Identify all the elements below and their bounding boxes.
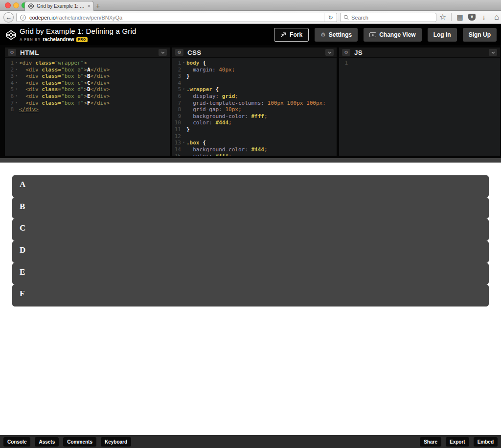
window-close-button[interactable]: [5, 2, 11, 8]
line-number: 13: [172, 140, 181, 146]
code-line[interactable]: 8</div>: [5, 106, 170, 113]
fold-marker-empty: [181, 146, 186, 153]
code-text: <div class="box f">F</div>: [19, 100, 170, 107]
change-view-button[interactable]: Change View: [364, 28, 421, 42]
line-number: 9: [172, 113, 181, 120]
pocket-icon[interactable]: ∨: [468, 14, 476, 21]
code-text: }: [186, 126, 337, 133]
html-collapse-button[interactable]: [159, 49, 167, 56]
toolbar-separator: [451, 13, 452, 21]
download-icon[interactable]: ↓: [479, 13, 488, 21]
browser-navbar: ← i codepen.io/rachelandrew/pen/BNXyQa ↻…: [0, 11, 501, 24]
bookmark-star-icon[interactable]: ☆: [438, 12, 447, 22]
code-line[interactable]: 5▾ <div class="box d">D</div>: [5, 86, 170, 93]
code-line[interactable]: 4: [172, 80, 337, 87]
tab-title: Grid by Example 1: Defining...: [37, 3, 85, 9]
code-text: body {: [186, 60, 337, 67]
embed-button[interactable]: Embed: [474, 437, 498, 447]
code-line[interactable]: 10 color: #444;: [172, 119, 337, 126]
line-number: 10: [172, 119, 181, 126]
line-number: 12: [172, 133, 181, 140]
code-text: background-color: #444;: [186, 146, 337, 153]
browser-tab[interactable]: Grid by Example 1: Defining... ×: [24, 1, 94, 11]
pen-byline: A PEN BY rachelandrew PRO: [20, 37, 137, 42]
preview-box-c: C: [12, 219, 489, 241]
js-collapse-button[interactable]: [489, 49, 497, 56]
console-button[interactable]: Console: [3, 437, 30, 447]
byline-prefix: A PEN BY: [20, 37, 41, 42]
code-line[interactable]: 2 margin: 40px;: [172, 67, 337, 73]
line-number: 2: [5, 67, 14, 73]
code-text: grid-template-columns: 100px 100px 100px…: [186, 100, 337, 107]
back-button[interactable]: ←: [3, 12, 14, 23]
line-number: 5: [172, 86, 181, 93]
code-line[interactable]: 8 grid-gap: 10px;: [172, 106, 337, 113]
fold-marker-icon[interactable]: ▾: [14, 73, 19, 80]
signup-button[interactable]: Sign Up: [463, 28, 497, 42]
login-button[interactable]: Log In: [428, 28, 457, 42]
window-minimize-button[interactable]: [13, 2, 19, 8]
fold-marker-empty: [348, 60, 353, 67]
fold-marker-icon[interactable]: ▾: [181, 140, 186, 146]
reload-icon[interactable]: ↻: [324, 13, 337, 22]
css-collapse-button[interactable]: [325, 49, 334, 56]
code-line[interactable]: 14 background-color: #444;: [172, 146, 337, 153]
fold-marker-icon[interactable]: ▾: [181, 86, 186, 93]
keyboard-button[interactable]: Keyboard: [101, 437, 131, 447]
js-code-editor[interactable]: 1: [339, 58, 500, 67]
code-line[interactable]: 1: [339, 60, 500, 67]
fold-marker-icon[interactable]: ▾: [14, 100, 19, 107]
code-line[interactable]: 6 display: grid;: [172, 93, 337, 100]
new-tab-button[interactable]: +: [96, 2, 100, 10]
author-link[interactable]: rachelandrew: [43, 37, 74, 42]
css-settings-gear-icon[interactable]: ⚙: [175, 49, 183, 56]
js-settings-gear-icon[interactable]: ⚙: [342, 49, 350, 56]
code-line[interactable]: 1▾body {: [172, 60, 337, 67]
tab-close-icon[interactable]: ×: [88, 3, 91, 9]
fold-marker-icon[interactable]: ▾: [181, 60, 186, 67]
comments-button[interactable]: Comments: [63, 437, 96, 447]
url-bar[interactable]: i codepen.io/rachelandrew/pen/BNXyQa ↻: [16, 13, 337, 22]
export-button[interactable]: Export: [446, 437, 469, 447]
html-code-editor[interactable]: 1▾<div class="wrapper">2▾ <div class="bo…: [5, 58, 170, 113]
code-line[interactable]: 11}: [172, 126, 337, 133]
code-line[interactable]: 15 color: #fff;: [172, 153, 337, 156]
fold-marker-icon[interactable]: ▾: [14, 80, 19, 87]
line-number: 8: [172, 106, 181, 113]
code-line[interactable]: 9 background-color: #fff;: [172, 113, 337, 120]
code-text: [353, 60, 500, 67]
fork-icon: [280, 32, 287, 38]
preview-box-b: B: [12, 197, 489, 219]
fold-marker-icon[interactable]: ▾: [14, 86, 19, 93]
line-number: 3: [172, 73, 181, 80]
code-line[interactable]: 12: [172, 133, 337, 140]
html-settings-gear-icon[interactable]: ⚙: [8, 49, 16, 56]
code-line[interactable]: 2▾ <div class="box a">A</div>: [5, 67, 170, 73]
css-code-editor[interactable]: 1▾body {2 margin: 40px;3}45▾.wrapper {6 …: [172, 58, 337, 156]
code-line[interactable]: 7▾ <div class="box f">F</div>: [5, 100, 170, 107]
code-line[interactable]: 1▾<div class="wrapper">: [5, 60, 170, 67]
code-line[interactable]: 6▾ <div class="box e">E</div>: [5, 93, 170, 100]
home-icon[interactable]: ⌂: [492, 13, 501, 22]
search-box[interactable]: [340, 13, 436, 22]
code-line[interactable]: 5▾.wrapper {: [172, 86, 337, 93]
editor-preview-resize-handle[interactable]: [0, 158, 501, 163]
code-text: .wrapper {: [186, 86, 337, 93]
code-line[interactable]: 13▾.box {: [172, 140, 337, 146]
search-input[interactable]: [351, 15, 425, 21]
fold-marker-icon[interactable]: ▾: [14, 60, 19, 67]
fold-marker-icon[interactable]: ▾: [14, 67, 19, 73]
info-icon[interactable]: i: [20, 15, 26, 21]
code-line[interactable]: 7 grid-template-columns: 100px 100px 100…: [172, 100, 337, 107]
share-button[interactable]: Share: [420, 437, 441, 447]
codepen-logo-icon[interactable]: [5, 29, 17, 41]
code-line[interactable]: 3▾ <div class="box b">B</div>: [5, 73, 170, 80]
code-line[interactable]: 3}: [172, 73, 337, 80]
fork-button[interactable]: Fork: [274, 28, 309, 42]
settings-button[interactable]: ⚙ Settings: [315, 28, 358, 42]
fold-marker-icon[interactable]: ▾: [14, 93, 19, 100]
reading-list-icon[interactable]: ▤: [455, 13, 464, 21]
code-line[interactable]: 4▾ <div class="box c">C</div>: [5, 80, 170, 87]
fold-marker-empty: [181, 126, 186, 133]
assets-button[interactable]: Assets: [35, 437, 59, 447]
